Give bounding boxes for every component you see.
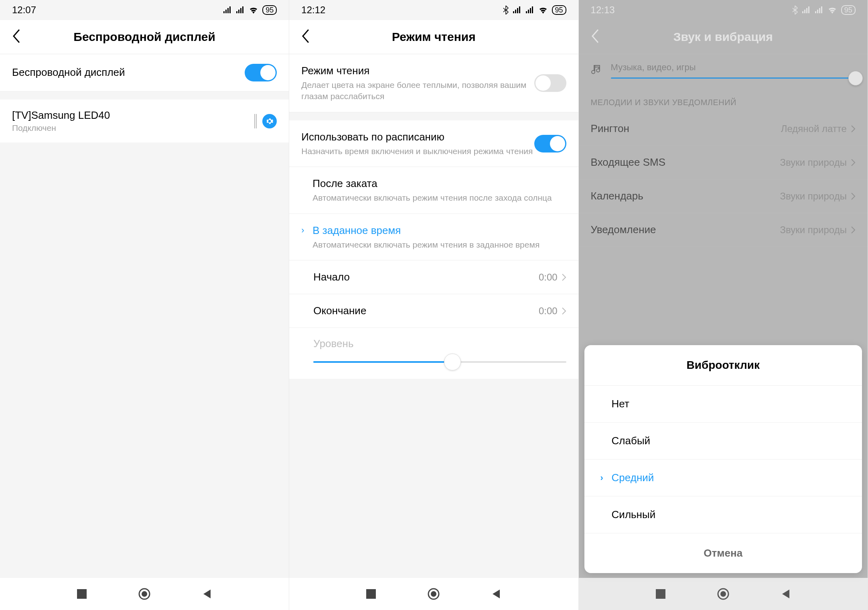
media-volume-slider[interactable] [611,77,856,79]
row-title: Рингтон [591,122,781,136]
status-icons: 95 [223,5,277,15]
at-time-option[interactable]: › В заданное время Автоматически включат… [289,214,578,260]
nav-back-button[interactable] [779,587,793,601]
end-time-row[interactable]: Окончание 0:00 [289,294,578,328]
battery-icon: 95 [262,5,277,15]
nav-home-button[interactable] [716,587,730,601]
nav-home-button[interactable] [137,587,152,601]
status-icons: 95 [792,5,856,15]
wireless-display-toggle[interactable] [245,64,277,81]
row-title: Окончание [313,304,539,318]
svg-point-8 [720,591,726,597]
after-sunset-option[interactable]: › После заката Автоматически включать ре… [289,167,578,214]
sound-row[interactable]: УведомлениеЗвуки природы [579,213,868,247]
chevron-right-icon [562,273,566,281]
status-bar: 12:13 95 [579,0,868,20]
row-subtitle: Автоматически включать режим чтения в за… [312,239,566,250]
svg-point-2 [142,591,147,597]
row-subtitle: Назначить время включения и выключения р… [301,146,534,157]
signal-icon [223,6,232,14]
back-button[interactable] [591,29,607,45]
sheet-option[interactable]: ›Сильный [584,496,862,533]
row-value: Звуки природы [780,157,846,168]
sheet-option[interactable]: ›Средний [584,460,862,496]
row-title: После заката [312,177,566,191]
row-title: Входящее SMS [591,155,780,169]
svg-rect-3 [366,589,376,599]
haptic-feedback-sheet: Виброотклик ›Нет›Слабый›Средний›Сильный … [584,345,862,573]
nav-bar [0,578,289,610]
row-title: Использовать по расписанию [301,130,534,144]
sheet-title: Виброотклик [584,345,862,386]
page-title: Звук и вибрация [607,30,840,44]
sheet-option-label: Слабый [612,435,651,447]
sheet-cancel-button[interactable]: Отмена [584,533,862,573]
sheet-option[interactable]: ›Слабый [584,423,862,460]
title-bar: Беспроводной дисплей [0,20,289,54]
nav-back-button[interactable] [489,587,503,601]
row-value: 0:00 [539,272,558,283]
sheet-option[interactable]: ›Нет [584,386,862,423]
phone-wireless-display: 12:07 95 Беспроводной дисплей Беспроводн… [0,0,289,610]
content: Беспроводной дисплей [TV]Samsung LED40 П… [0,54,289,578]
nav-recent-button[interactable] [364,587,378,601]
row-subtitle: Автоматически включать режим чтения посл… [312,192,566,203]
nav-recent-button[interactable] [75,587,89,601]
svg-rect-6 [656,589,665,599]
row-value: Звуки природы [780,191,846,202]
status-bar: 12:07 95 [0,0,289,20]
reading-mode-row[interactable]: Режим чтения Делает цвета на экране боле… [289,54,578,112]
chevron-right-icon: › [600,473,612,483]
back-button[interactable] [301,29,317,45]
slider-thumb[interactable] [444,354,461,370]
nav-back-button[interactable] [200,587,214,601]
start-time-row[interactable]: Начало 0:00 [289,260,578,294]
chevron-right-icon [851,159,856,167]
schedule-row[interactable]: Использовать по расписанию Назначить вре… [289,120,578,167]
status-bar: 12:12 95 [289,0,578,20]
svg-rect-0 [77,589,87,599]
page-title: Беспроводной дисплей [28,30,261,44]
nav-recent-button[interactable] [653,587,668,601]
bluetooth-icon [792,6,798,14]
music-note-icon [591,64,603,77]
level-slider[interactable] [313,361,566,363]
slider-thumb[interactable] [848,71,863,85]
chevron-right-icon [562,307,566,315]
back-button[interactable] [12,29,28,45]
chevron-right-icon [851,125,856,133]
chevron-right-icon [851,192,856,200]
row-title: Уведомление [591,223,780,237]
section-header: МЕЛОДИИ И ЗВУКИ УВЕДОМЛЕНИЙ [579,87,868,112]
level-slider-row: Уровень [289,328,578,379]
device-status: Подключен [12,123,254,133]
sheet-option-label: Средний [612,472,654,484]
wireless-display-toggle-row[interactable]: Беспроводной дисплей [0,54,289,92]
nav-home-button[interactable] [426,587,441,601]
slider-label: Уровень [313,338,566,350]
sound-row[interactable]: КалендарьЗвуки природы [579,179,868,213]
title-bar: Звук и вибрация [579,20,868,54]
status-time: 12:07 [12,4,36,16]
signal-icon [815,6,823,14]
row-title: Календарь [591,189,780,203]
wifi-icon [538,6,548,14]
schedule-toggle[interactable] [534,135,566,152]
toggle-label: Беспроводной дисплей [12,65,245,79]
device-row[interactable]: [TV]Samsung LED40 Подключен [0,100,289,142]
row-value: Ледяной латте [781,123,847,134]
row-title: Начало [313,270,539,284]
sound-row[interactable]: РингтонЛедяной латте [579,112,868,146]
reading-mode-toggle[interactable] [534,74,566,92]
device-settings-button[interactable] [262,114,277,128]
status-icons: 95 [503,5,566,15]
media-volume-label: Музыка, видео, игры [611,62,856,73]
wifi-icon [827,6,837,14]
sheet-option-label: Сильный [612,508,656,521]
sound-row[interactable]: Входящее SMSЗвуки природы [579,146,868,179]
row-value: Звуки природы [780,224,846,236]
signal-icon [236,6,245,14]
bluetooth-icon [503,6,509,14]
media-volume-row: Музыка, видео, игры [579,54,868,87]
row-subtitle: Делает цвета на экране более теплыми, по… [301,79,534,102]
